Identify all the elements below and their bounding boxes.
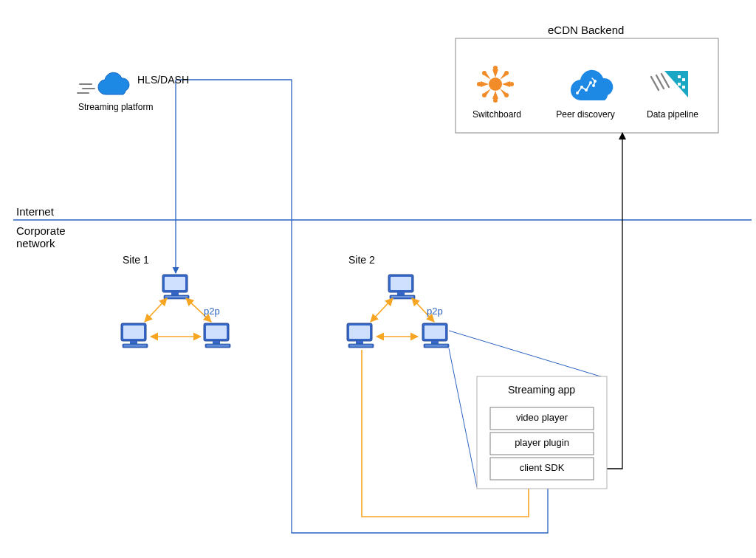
callout-line-top [449,331,605,378]
backend-sdk-link [597,133,622,469]
svg-point-11 [493,98,498,103]
svg-point-20 [585,89,588,92]
svg-point-21 [589,81,592,84]
svg-rect-29 [678,83,681,86]
peer-discovery-icon [571,70,613,100]
site1-pc-left [121,323,148,348]
p2p-label-2: p2p [427,306,443,317]
client-sdk-label: client SDK [490,462,594,473]
svg-point-22 [594,80,597,83]
site2-pc-left [347,323,374,348]
switchboard-icon [477,66,514,103]
callout-line-bottom [449,348,477,487]
svg-point-16 [504,93,509,97]
svg-line-26 [662,74,669,87]
switchboard-label: Switchboard [471,109,523,120]
peer-discovery-label: Peer discovery [552,109,619,120]
site1-pc-right [204,323,230,348]
site1-label: Site 1 [123,254,149,266]
svg-point-14 [504,71,509,75]
data-pipeline-label: Data pipeline [639,109,706,120]
svg-line-24 [651,77,659,90]
svg-rect-27 [678,75,681,78]
svg-point-9 [489,78,502,91]
internet-label: Internet [16,205,54,218]
site1-pc-top [162,275,189,299]
site2-pc-right [422,323,449,348]
player-plugin-label: player plugin [490,437,594,448]
site1-p2p-line-1 [145,298,167,322]
svg-point-12 [477,82,481,86]
site2-label: Site 2 [348,254,375,266]
site2-pc-top [388,275,415,299]
svg-rect-28 [682,78,685,81]
p2p-label-1: p2p [204,306,220,317]
orange-route-to-sdk [362,350,529,517]
svg-line-25 [656,75,664,89]
svg-point-15 [482,71,487,75]
svg-point-23 [592,84,595,87]
site2-p2p-line-1 [371,298,393,322]
streaming-app-label: Streaming app [508,384,575,396]
video-player-label: video player [490,412,594,423]
hls-dash-label: HLS/DASH [137,74,189,86]
svg-point-17 [482,93,487,97]
ecdn-title: eCDN Backend [548,24,624,36]
svg-point-19 [580,86,583,89]
svg-point-10 [493,66,498,70]
corporate-network-label: Corporate network [16,224,66,249]
svg-point-18 [576,92,579,94]
data-pipeline-icon [651,71,688,97]
svg-point-13 [509,82,514,86]
streaming-platform-icon [78,72,129,94]
streaming-platform-label: Streaming platform [78,102,153,112]
svg-rect-30 [682,86,685,89]
